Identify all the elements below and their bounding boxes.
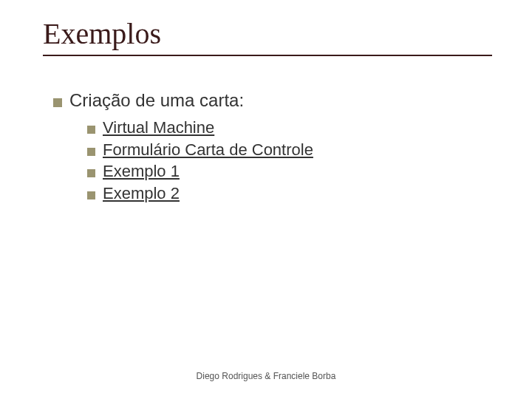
link-virtual-machine[interactable]: Virtual Machine <box>103 118 214 137</box>
link-exemplo-1[interactable]: Exemplo 1 <box>103 162 180 180</box>
slide-title: Exemplos <box>43 16 161 51</box>
list-item-level1: Criação de uma carta: <box>53 90 244 111</box>
level1-text: Criação de uma carta: <box>69 90 244 110</box>
slide-footer: Diego Rodrigues & Franciele Borba <box>0 371 532 381</box>
list-item: Exemplo 1 <box>87 160 313 183</box>
link-formulario-carta[interactable]: Formulário Carta de Controle <box>103 140 313 159</box>
square-bullet-icon <box>87 191 95 200</box>
slide: Exemplos Criação de uma carta: Virtual M… <box>0 0 532 399</box>
list-item: Formulário Carta de Controle <box>87 139 313 161</box>
link-exemplo-2[interactable]: Exemplo 2 <box>103 184 180 202</box>
square-bullet-icon <box>53 98 62 107</box>
sublist: Virtual Machine Formulário Carta de Cont… <box>87 117 313 205</box>
square-bullet-icon <box>87 169 95 177</box>
square-bullet-icon <box>87 126 95 134</box>
list-item: Virtual Machine <box>87 117 313 139</box>
list-item: Exemplo 2 <box>87 183 313 205</box>
title-divider <box>43 55 492 56</box>
square-bullet-icon <box>87 148 95 156</box>
